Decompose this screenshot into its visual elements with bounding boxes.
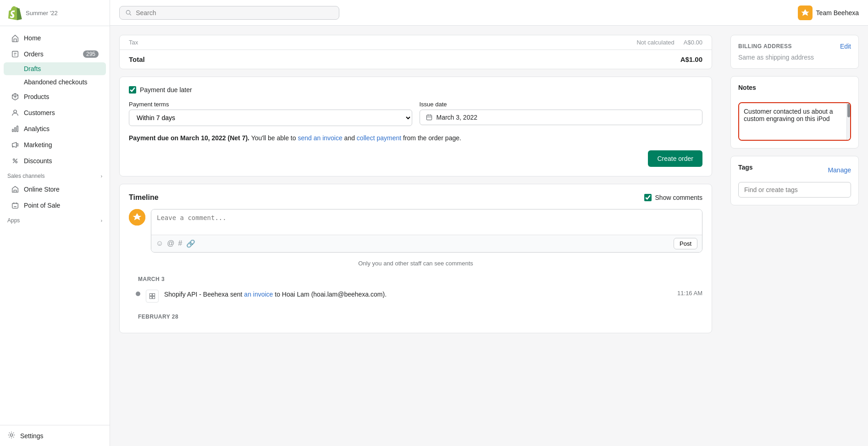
sidebar-item-marketing[interactable]: Marketing (4, 137, 106, 153)
sidebar-footer: Settings (0, 425, 110, 446)
drafts-label: Drafts (24, 65, 41, 72)
tags-title: Tags (738, 164, 753, 171)
sidebar-header: Summer '22 (0, 0, 110, 26)
api-icon (149, 293, 155, 299)
products-label: Products (24, 93, 49, 100)
scrollbar-track (846, 103, 850, 140)
svg-rect-15 (153, 293, 155, 296)
payment-due-later-checkbox[interactable] (129, 86, 136, 94)
issue-date-value: March 3, 2022 (437, 114, 478, 121)
tags-manage-link[interactable]: Manage (828, 166, 851, 174)
sidebar-item-customers[interactable]: Customers (4, 105, 106, 121)
analytics-label: Analytics (24, 125, 50, 132)
shopify-logo (7, 6, 22, 20)
search-icon (125, 9, 132, 17)
comment-input[interactable] (151, 209, 702, 233)
topbar: Team Beehexa (110, 0, 868, 26)
payment-due-notice: Payment due on March 10, 2022 (Net 7). (129, 134, 249, 142)
attachment-icon[interactable]: 🔗 (186, 239, 195, 248)
billing-address-text: Same as shipping address (738, 54, 851, 61)
payment-terms-row: Payment terms Within 7 days Within 15 da… (129, 101, 702, 126)
sidebar-item-drafts[interactable]: Drafts (4, 62, 106, 75)
online-store-label: Online Store (24, 186, 60, 193)
invoice-link[interactable]: send an invoice (298, 134, 342, 142)
svg-rect-12 (426, 115, 431, 120)
user-avatar (129, 209, 145, 226)
search-bar[interactable] (119, 6, 339, 20)
payment-terms-field: Payment terms Within 7 days Within 15 da… (129, 101, 412, 126)
svg-rect-3 (15, 127, 16, 132)
sidebar-item-abandoned[interactable]: Abandoned checkouts (4, 76, 106, 88)
marketing-label: Marketing (24, 141, 52, 149)
billing-title: BILLING ADDRESS (738, 43, 792, 50)
search-input[interactable] (136, 9, 333, 17)
tags-input[interactable] (738, 182, 851, 198)
collect-payment-link[interactable]: collect payment (357, 134, 401, 142)
calendar-icon (426, 114, 433, 121)
payment-section: Payment due later Payment terms Within 7… (119, 77, 712, 176)
sidebar-item-analytics[interactable]: Analytics (4, 121, 106, 137)
sidebar-item-orders[interactable]: Orders 295 (4, 46, 106, 62)
svg-point-1 (14, 110, 17, 113)
pos-icon (11, 201, 19, 209)
post-button[interactable]: Post (674, 238, 697, 249)
discounts-label: Discounts (24, 157, 52, 165)
main-content: Tax Not calculated A$0.00 Total A$1.00 P… (110, 26, 721, 446)
create-order-button[interactable]: Create order (648, 150, 702, 167)
timeline-header: Timeline Show comments (129, 193, 702, 202)
payment-terms-label: Payment terms (129, 101, 412, 108)
store-icon (11, 185, 19, 193)
sales-channels-chevron-icon: › (101, 174, 102, 179)
sidebar-item-settings[interactable]: Settings (7, 431, 102, 440)
billing-edit-link[interactable]: Edit (840, 43, 851, 50)
svg-rect-7 (14, 190, 16, 193)
timeline-date-march3: MARCH 3 (129, 276, 702, 282)
sales-channels-label: Sales channels (7, 173, 44, 179)
show-comments-checkbox[interactable] (644, 194, 652, 201)
notes-header: Notes (738, 84, 851, 97)
issue-date-input[interactable]: March 3, 2022 (420, 110, 703, 125)
timeline-text-0: Shopify API - Beehexa sent an invoice to… (164, 290, 672, 299)
orders-badge: 295 (83, 50, 99, 58)
sidebar-item-discounts[interactable]: Discounts (4, 153, 106, 169)
customers-label: Customers (24, 109, 55, 116)
content-area: Tax Not calculated A$0.00 Total A$1.00 P… (110, 26, 868, 446)
tax-label: Tax (129, 39, 138, 46)
apps-section[interactable]: Apps › (0, 214, 110, 226)
timeline-time-0: 11:16 AM (677, 290, 702, 297)
customers-icon (11, 109, 19, 117)
payment-terms-select[interactable]: Within 7 days Within 15 days Within 30 d… (129, 110, 412, 126)
team-badge[interactable]: Team Beehexa (798, 6, 859, 20)
scrollbar-thumb (847, 104, 850, 117)
timeline-event-0: Shopify API - Beehexa sent an invoice to… (129, 286, 702, 306)
notes-textarea[interactable]: Customer contacted us about a custom eng… (739, 103, 850, 140)
svg-point-9 (10, 434, 12, 436)
hashtag-icon[interactable]: # (178, 239, 182, 248)
products-icon (11, 93, 19, 101)
total-row: Total A$1.00 (120, 50, 712, 69)
settings-icon (7, 431, 16, 440)
emoji-icon[interactable]: ☺ (156, 239, 163, 248)
tax-row: Tax Not calculated A$0.00 (120, 35, 712, 50)
sidebar-item-online-store[interactable]: Online Store (4, 182, 106, 197)
comment-input-area[interactable]: ☺ @ # 🔗 Post (151, 209, 702, 253)
apps-chevron-icon: › (101, 218, 102, 223)
timeline-date-feb28: FEBRUARY 28 (129, 314, 702, 320)
create-order-row: Create order (129, 150, 702, 167)
team-icon (798, 6, 813, 20)
svg-rect-0 (12, 51, 18, 57)
sidebar-item-pos[interactable]: Point of Sale (4, 198, 106, 213)
notes-wrapper: Customer contacted us about a custom eng… (738, 102, 851, 141)
mention-icon[interactable]: @ (167, 239, 174, 248)
team-name: Team Beehexa (816, 9, 859, 17)
sales-channels-section[interactable]: Sales channels › (0, 169, 110, 181)
payment-due-later-row: Payment due later (129, 86, 702, 94)
sidebar: Summer '22 Home Orders 295 Drafts Abando… (0, 0, 110, 446)
sidebar-item-products[interactable]: Products (4, 89, 106, 105)
topbar-right: Team Beehexa (798, 6, 859, 20)
sidebar-item-home[interactable]: Home (4, 30, 106, 46)
comment-toolbar: ☺ @ # 🔗 Post (151, 235, 702, 252)
marketing-icon (11, 141, 19, 149)
main-area: Team Beehexa Tax Not calculated A$0.00 T… (110, 0, 868, 446)
billing-header: BILLING ADDRESS Edit (738, 43, 851, 50)
